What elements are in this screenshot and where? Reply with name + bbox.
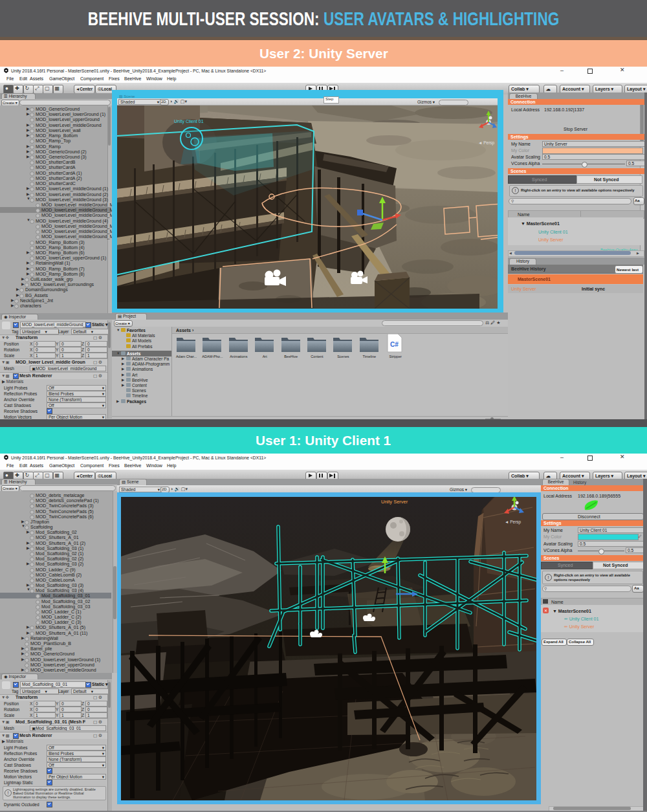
svg-text:C#: C# [390, 341, 399, 348]
svg-text:Unity Client 01: Unity Client 01 [174, 119, 204, 124]
svg-text:◄ Persp: ◄ Persp [478, 140, 495, 146]
svg-text:Unity Server: Unity Server [381, 499, 408, 505]
svg-text:◄ Persp: ◄ Persp [505, 520, 521, 525]
